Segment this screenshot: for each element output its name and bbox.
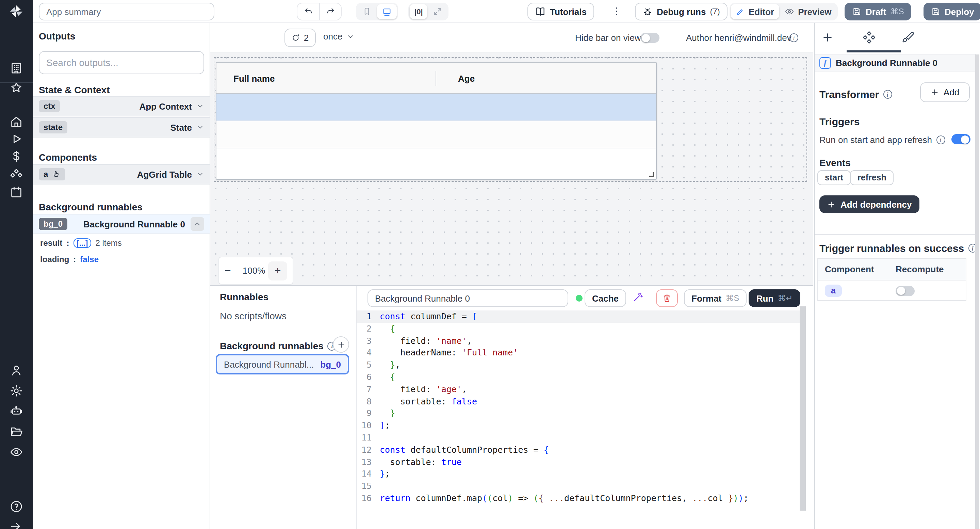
code-line[interactable]: 14}; — [356, 468, 800, 480]
output-row-state[interactable]: state State — [33, 117, 210, 137]
code-line[interactable]: 16return columnDef.map((col) => ({ ...de… — [356, 492, 800, 505]
recompute-mode-dropdown[interactable]: once — [323, 31, 355, 41]
sidebar-item-favorites[interactable] — [10, 81, 23, 95]
transformer-info-icon[interactable]: i — [883, 90, 892, 99]
delete-runnable-button[interactable] — [656, 289, 678, 307]
loading-output-row[interactable]: loading : false — [40, 255, 99, 264]
search-outputs-input[interactable] — [39, 51, 204, 74]
sidebar-item-help[interactable] — [10, 500, 23, 513]
output-row-bg0[interactable]: bg_0 Background Runnable 0 — [33, 214, 210, 234]
preview-mode-button[interactable]: Preview — [780, 4, 836, 19]
debug-runs-button[interactable]: Debug runs (7) — [635, 3, 727, 21]
code-line[interactable]: 12const defaultColumnProperties = { — [356, 444, 800, 456]
sidebar-item-workers[interactable] — [10, 405, 23, 418]
aggrid-row[interactable] — [216, 121, 656, 148]
refresh-button[interactable]: 2 — [285, 29, 316, 47]
line-number: 3 — [356, 335, 372, 347]
code-line[interactable]: 10]; — [356, 419, 800, 432]
runnable-name-input[interactable] — [368, 289, 568, 307]
canvas-grid-area[interactable]: Full name Age − 100% + — [210, 53, 813, 285]
cache-button[interactable]: Cache — [585, 289, 626, 307]
add-dependency-button[interactable]: Add dependency — [819, 195, 920, 213]
center-canvas-button[interactable]: |0| — [410, 4, 428, 19]
aggrid-column-age[interactable]: Age — [458, 63, 475, 94]
chevron-down-icon[interactable] — [196, 123, 204, 131]
code-line[interactable]: 7 field: 'age', — [356, 383, 800, 395]
background-runnable-item-selected[interactable]: Background Runnabl... bg_0 — [216, 354, 349, 374]
column-divider[interactable] — [436, 71, 436, 86]
sidebar-item-variables[interactable] — [10, 150, 23, 163]
desktop-view-button[interactable] — [377, 4, 397, 19]
run-button[interactable]: Run⌘↵ — [749, 289, 800, 307]
line-number: 8 — [356, 395, 372, 408]
tab-insert-component[interactable] — [821, 31, 835, 45]
sidebar-item-runs[interactable] — [10, 132, 23, 146]
magic-wand-icon — [632, 292, 644, 303]
sidebar-item-settings[interactable] — [10, 384, 23, 398]
code-line[interactable]: 3 field: 'name', — [356, 335, 800, 347]
event-chip-refresh[interactable]: refresh — [850, 170, 894, 185]
right-panel-scrollbar[interactable] — [975, 54, 979, 529]
chevron-down-icon[interactable] — [196, 170, 204, 178]
bg0-badge: bg_0 — [39, 218, 67, 230]
run-on-start-toggle[interactable] — [951, 134, 970, 144]
windmill-logo[interactable] — [0, 0, 33, 23]
code-line[interactable]: 2 { — [356, 323, 800, 335]
output-row-component-a[interactable]: a AgGrid Table — [33, 164, 210, 185]
code-line[interactable]: 4 headerName: 'Full name' — [356, 347, 800, 359]
redo-button[interactable] — [319, 3, 341, 21]
code-line[interactable]: 6 { — [356, 371, 800, 383]
recompute-toggle[interactable] — [896, 285, 915, 296]
resize-handle[interactable] — [649, 172, 654, 177]
deploy-button[interactable]: Deploy — [924, 3, 980, 21]
component-a-chip[interactable]: a — [825, 285, 842, 297]
output-row-ctx[interactable]: ctx App Context — [33, 96, 210, 116]
sidebar-item-audit-logs[interactable] — [10, 445, 23, 459]
draft-button[interactable]: Draft ⌘S — [845, 3, 912, 21]
zoom-in-button[interactable]: + — [268, 261, 287, 280]
code-line[interactable]: 5 }, — [356, 359, 800, 371]
chevron-down-icon[interactable] — [196, 102, 204, 110]
collapse-bg0-button[interactable] — [191, 217, 204, 231]
sidebar-item-schedules[interactable] — [10, 185, 23, 199]
tutorials-button[interactable]: Tutorials — [527, 3, 594, 21]
run-on-start-info-icon[interactable]: i — [936, 135, 945, 144]
editor-mode-button[interactable]: Editor — [731, 4, 779, 19]
format-button[interactable]: Format⌘S — [684, 289, 746, 307]
sidebar-item-account[interactable] — [10, 363, 23, 377]
tab-component-settings[interactable] — [862, 31, 876, 44]
tab-styling[interactable] — [901, 31, 915, 44]
sidebar-item-home[interactable] — [10, 115, 23, 129]
code-line[interactable]: 1const columnDef = [ — [356, 311, 800, 323]
hide-bar-toggle[interactable] — [640, 33, 659, 43]
fullscreen-canvas-button[interactable] — [428, 4, 447, 19]
code-line[interactable]: 11 — [356, 432, 800, 444]
result-output-row[interactable]: result : [...] 2 items — [40, 238, 122, 248]
event-chip-start[interactable]: start — [817, 170, 851, 185]
zoom-out-button[interactable]: − — [224, 264, 240, 277]
code-line[interactable]: 9 } — [356, 408, 800, 420]
aggrid-table-component[interactable]: Full name Age — [216, 62, 657, 180]
sidebar-collapse-button[interactable] — [10, 520, 23, 529]
author-info-icon[interactable]: i — [789, 33, 798, 42]
ai-assist-button[interactable] — [632, 292, 644, 303]
add-background-runnable-button[interactable] — [333, 336, 349, 353]
aggrid-row-selected[interactable] — [216, 94, 656, 121]
sidebar-item-workspace[interactable] — [10, 61, 23, 75]
plus-icon — [827, 200, 836, 209]
add-transformer-button[interactable]: Add — [920, 82, 970, 102]
code-line[interactable]: 13 sortable: true — [356, 456, 800, 468]
result-expand-chip[interactable]: [...] — [73, 238, 91, 248]
code-editor[interactable]: 1const columnDef = [2 {3 field: 'name',4… — [356, 311, 800, 529]
editor-scrollbar[interactable] — [800, 306, 806, 511]
sidebar-item-resources[interactable] — [10, 168, 23, 182]
undo-button[interactable] — [298, 3, 319, 21]
mobile-view-button[interactable] — [357, 4, 376, 19]
sidebar-item-folders[interactable] — [10, 425, 23, 438]
code-line[interactable]: 8 sortable: false — [356, 395, 800, 408]
code-line[interactable]: 15 — [356, 480, 800, 492]
more-menu-button[interactable]: ⋮ — [612, 5, 621, 16]
code-line-content: field: 'name', — [372, 335, 472, 347]
aggrid-column-full-name[interactable]: Full name — [234, 63, 275, 94]
app-summary-input[interactable] — [39, 3, 215, 21]
